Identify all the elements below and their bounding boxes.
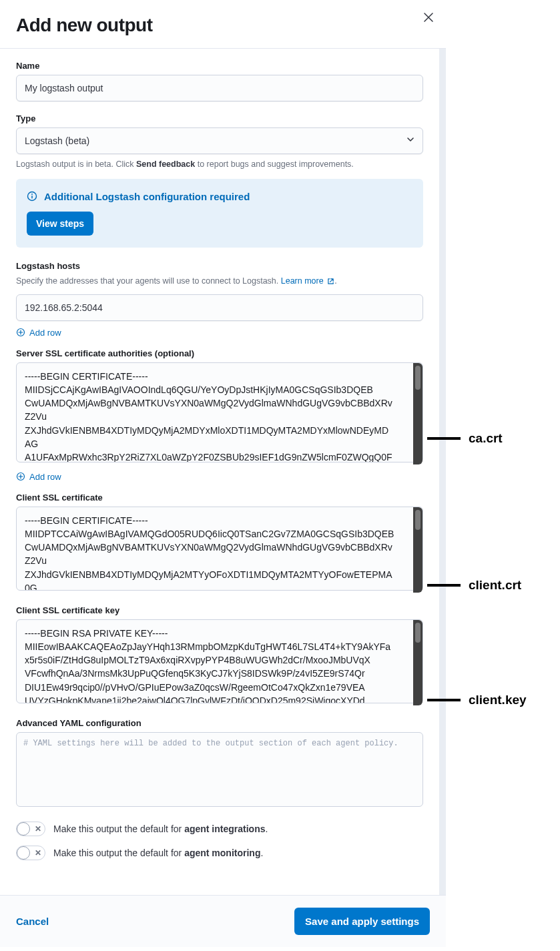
view-steps-button[interactable]: View steps [27,212,93,236]
type-help-suffix: to report bugs and suggest improvements. [195,160,354,169]
x-icon: ✕ [35,848,41,858]
default-integrations-prefix: Make this output the default for [53,824,184,834]
ssl-client-key-textarea[interactable] [16,619,423,703]
ssl-ca-textarea-wrap [16,362,423,465]
annotation-ca-text: ca.crt [469,431,503,446]
ssl-client-cert-row: Client SSL certificate [16,493,423,593]
hosts-help-text: Specify the addresses that your agents w… [16,276,281,286]
annotation-client-crt-text: client.crt [469,578,521,593]
yaml-label: Advanced YAML configuration [16,718,423,728]
annotation-client-key-text: client.key [469,693,527,707]
scrollbar-thumb[interactable] [415,510,421,530]
default-monitoring-prefix: Make this output the default for [53,848,184,858]
scrollbar-track[interactable] [413,507,423,593]
default-integrations-switch[interactable]: ✕ [16,822,45,836]
type-select[interactable] [16,127,423,154]
hosts-input[interactable] [16,294,423,321]
scrollbar-thumb[interactable] [415,623,421,643]
callout-title-row: Additional Logstash configuration requir… [27,191,412,202]
hosts-help: Specify the addresses that your agents w… [16,275,423,288]
external-link-icon [327,278,334,285]
ssl-client-cert-label: Client SSL certificate [16,493,423,503]
hosts-help-period: . [334,276,336,286]
ssl-client-key-label: Client SSL certificate key [16,605,423,615]
period: . [265,824,268,834]
name-input[interactable] [16,75,423,101]
annotation-line [427,584,461,587]
switch-knob [17,822,30,836]
type-label: Type [16,113,423,123]
annotation-ca: ca.crt [427,431,503,446]
add-host-row-button[interactable]: Add row [16,328,423,338]
default-monitoring-bold: agent monitoring [184,848,260,858]
svg-point-2 [31,194,33,195]
send-feedback-link[interactable]: Send feedback [136,160,195,169]
save-button[interactable]: Save and apply settings [294,908,430,935]
ssl-ca-textarea[interactable] [16,362,423,462]
plus-circle-icon [16,472,25,481]
info-icon [27,191,37,202]
default-monitoring-row: ✕ Make this output the default for agent… [16,846,423,860]
learn-more-text: Learn more [281,276,324,286]
hosts-label: Logstash hosts [16,261,423,271]
ssl-ca-row: Server SSL certificate authorities (opti… [16,348,423,465]
period: . [260,848,263,858]
ssl-client-key-textarea-wrap [16,619,423,706]
annotation-line [427,699,461,701]
hosts-row: Logstash hosts Specify the addresses tha… [16,261,423,321]
scrollbar-track[interactable] [413,363,423,464]
type-select-wrap [16,127,423,154]
annotation-client-crt: client.crt [427,578,521,593]
learn-more-link[interactable]: Learn more [281,276,334,286]
switch-knob [17,846,30,860]
add-ca-row-button[interactable]: Add row [16,472,423,482]
default-integrations-bold: agent integrations [184,824,265,834]
ssl-ca-label: Server SSL certificate authorities (opti… [16,348,423,358]
ssl-client-cert-textarea[interactable] [16,507,423,591]
yaml-placeholder: # YAML settings here will be added to th… [23,739,398,748]
flyout-panel: Add new output Name Type Logstash output… [0,0,446,947]
type-help-prefix: Logstash output is in beta. Click [16,160,136,169]
callout-title-text: Additional Logstash configuration requir… [44,191,250,202]
type-help: Logstash output is in beta. Click Send f… [16,158,423,171]
name-label: Name [16,61,423,71]
flyout-footer: Cancel Save and apply settings [0,895,446,947]
plus-circle-icon [16,328,25,337]
cancel-button[interactable]: Cancel [16,916,49,927]
default-monitoring-label: Make this output the default for agent m… [53,848,263,858]
name-row: Name [16,61,423,101]
page-title: Add new output [16,15,430,36]
yaml-row: Advanced YAML configuration # YAML setti… [16,718,423,807]
close-icon [424,13,433,22]
logstash-config-callout: Additional Logstash configuration requir… [16,179,423,248]
svg-rect-1 [31,196,33,199]
close-button[interactable] [421,9,437,25]
x-icon: ✕ [35,824,41,834]
flyout-header: Add new output [0,0,446,49]
annotation-line [427,437,461,440]
add-row-text: Add row [29,472,61,482]
default-integrations-label: Make this output the default for agent i… [53,824,268,834]
flyout-body: Name Type Logstash output is in beta. Cl… [0,49,446,895]
type-row: Type Logstash output is in beta. Click S… [16,113,423,171]
yaml-textarea[interactable]: # YAML settings here will be added to th… [16,732,423,807]
ssl-client-cert-textarea-wrap [16,507,423,593]
scrollbar-thumb[interactable] [415,366,421,390]
default-integrations-row: ✕ Make this output the default for agent… [16,822,423,836]
add-row-text: Add row [29,328,61,338]
default-monitoring-switch[interactable]: ✕ [16,846,45,860]
ssl-client-key-row: Client SSL certificate key [16,605,423,706]
annotation-client-key: client.key [427,693,527,707]
scrollbar-track[interactable] [413,620,423,705]
